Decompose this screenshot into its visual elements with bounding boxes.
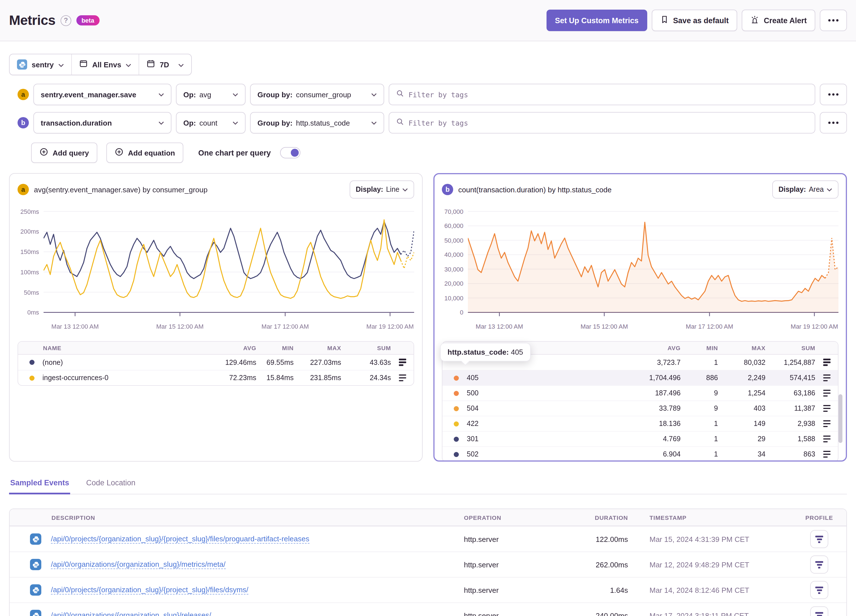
group-by-select-a[interactable]: Group by: consumer_group <box>250 84 384 105</box>
event-operation: http.server <box>464 577 566 602</box>
profile-button[interactable] <box>810 607 828 616</box>
group-by-select-b[interactable]: Group by: http.status_code <box>250 112 384 134</box>
more-options-button[interactable] <box>820 9 847 31</box>
environment-selector[interactable]: All Envs <box>71 54 139 75</box>
python-platform-icon <box>30 610 41 616</box>
chart-badge-a: a <box>17 184 29 195</box>
tag-filter-input-b[interactable] <box>408 119 808 127</box>
legend-scrollbar[interactable] <box>839 394 842 443</box>
event-duration: 1.64s <box>566 577 628 602</box>
series-sum: 43.63s <box>341 358 391 366</box>
legend-column-min: MIN <box>680 345 718 351</box>
series-focus-icon[interactable] <box>823 420 830 427</box>
series-min: 1 <box>680 450 718 458</box>
chevron-down-icon <box>402 186 408 194</box>
python-project-icon <box>17 59 27 69</box>
legend-row[interactable]: 301 4.769 1 29 1,588 <box>442 431 838 446</box>
x-tick-label: Mar 15 12:00 AM <box>156 323 204 330</box>
series-min: 15.84ms <box>256 374 294 382</box>
chevron-down-icon <box>58 60 64 69</box>
setup-custom-metrics-button[interactable]: Set Up Custom Metrics <box>547 9 647 31</box>
tab-code-location[interactable]: Code Location <box>85 475 137 494</box>
series-focus-icon[interactable] <box>823 390 830 397</box>
series-sum: 11,387 <box>765 405 815 412</box>
save-as-default-button[interactable]: Save as default <box>651 9 737 31</box>
operation-select-b[interactable]: Op: count <box>176 112 246 134</box>
event-description-link[interactable]: /api/0/organizations/{organization_slug}… <box>51 560 225 569</box>
series-focus-icon[interactable] <box>823 436 830 443</box>
help-icon[interactable]: ? <box>60 15 71 26</box>
series-min: 9 <box>680 405 718 412</box>
chart-badge-b: b <box>442 184 453 195</box>
add-query-button[interactable]: Add query <box>31 143 98 163</box>
operation-select-a[interactable]: Op: avg <box>176 84 246 105</box>
add-equation-button[interactable]: Add equation <box>107 143 183 163</box>
line-chart-a[interactable]: 250ms200ms150ms100ms50ms0ms Mar 13 12:00… <box>17 211 414 333</box>
legend-column-name: NAME <box>18 345 202 351</box>
tab-sampled-events[interactable]: Sampled Events <box>9 475 71 494</box>
chart-title-b: count(transaction.duration) by http.stat… <box>458 185 611 194</box>
legend-table-a: NAMEAVGMINMAXSUM (none) 129.46ms 69.55ms… <box>17 341 414 386</box>
y-axis-labels: 250ms200ms150ms100ms50ms0ms <box>17 211 43 316</box>
area-chart-b[interactable]: 70,00060,00050,00040,00030,00020,00010,0… <box>442 211 839 333</box>
series-sum: 1,254,887 <box>765 358 815 366</box>
charts-area: a avg(sentry.event_manager.save) by cons… <box>9 173 847 462</box>
display-type-select-a[interactable]: Display: Line <box>349 180 414 199</box>
date-range-selector[interactable]: 7D <box>139 54 191 75</box>
legend-column-max: MAX <box>718 345 765 351</box>
legend-row[interactable]: 422 18.136 1 149 2,938 <box>442 416 838 431</box>
tag-filter-input-a[interactable] <box>408 90 808 99</box>
bookmark-icon <box>660 15 668 25</box>
event-operation: http.server <box>464 602 566 616</box>
tag-filter-b <box>389 112 815 134</box>
profile-button[interactable] <box>810 556 828 574</box>
series-avg: 4.769 <box>626 435 680 443</box>
legend-row[interactable]: 502 6.904 1 34 863 <box>442 446 838 462</box>
profile-button[interactable] <box>810 581 828 599</box>
event-description-link[interactable]: /api/0/projects/{organization_slug}/{pro… <box>51 585 248 594</box>
legend-row[interactable]: (none) 129.46ms 69.55ms 227.03ms 43.63s <box>18 355 414 370</box>
series-max: 227.03ms <box>294 358 341 366</box>
query-options-button-b[interactable] <box>820 112 847 134</box>
series-min: 1 <box>680 435 718 443</box>
display-type-select-b[interactable]: Display: Area <box>772 180 839 199</box>
event-duration: 240.00ms <box>566 602 628 616</box>
metric-select-b[interactable]: transaction.duration <box>33 112 171 134</box>
y-tick-label: 30,000 <box>444 266 463 273</box>
series-focus-icon[interactable] <box>823 374 830 382</box>
legend-row[interactable]: 500 187.496 9 1,254 63,186 <box>442 385 838 400</box>
python-platform-icon <box>30 559 41 570</box>
one-chart-per-query-toggle[interactable] <box>280 147 300 159</box>
y-tick-label: 150ms <box>20 248 39 255</box>
metric-select-a[interactable]: sentry.event_manager.save <box>33 84 171 105</box>
series-color-dot <box>29 360 34 365</box>
chart-panel-a[interactable]: a avg(sentry.event_manager.save) by cons… <box>9 173 423 462</box>
query-badge-b: b <box>17 117 29 128</box>
profile-button[interactable] <box>810 530 828 548</box>
one-chart-per-query-label: One chart per query <box>198 148 271 157</box>
series-focus-icon[interactable] <box>399 359 406 366</box>
project-selector[interactable]: sentry <box>9 54 71 75</box>
event-timestamp: Mar 17, 2024 3:18:11 PM CET <box>628 602 792 616</box>
y-tick-label: 10,000 <box>444 295 463 302</box>
event-description-link[interactable]: /api/0/projects/{organization_slug}/{pro… <box>51 534 309 544</box>
y-tick-label: 100ms <box>20 269 39 276</box>
chevron-down-icon <box>159 92 164 97</box>
event-duration: 262.00ms <box>566 551 628 577</box>
series-focus-icon[interactable] <box>823 359 830 366</box>
query-options-button-a[interactable] <box>820 84 847 105</box>
event-timestamp: Mar 12, 2024 9:48:29 PM CET <box>628 551 792 577</box>
series-focus-icon[interactable] <box>399 374 406 382</box>
event-description-link[interactable]: /api/0/organizations/{organization_slug}… <box>51 611 211 616</box>
series-focus-icon[interactable] <box>823 451 830 458</box>
chevron-down-icon <box>232 92 238 97</box>
legend-row[interactable]: 504 33.789 9 403 11,387 <box>442 400 838 416</box>
legend-row[interactable]: 405 1,704.496 886 2,249 574,415 <box>442 370 838 385</box>
chart-panel-b[interactable]: b count(transaction.duration) by http.st… <box>433 173 847 462</box>
create-alert-button[interactable]: Create Alert <box>742 9 815 31</box>
series-min: 1 <box>680 358 718 366</box>
legend-row[interactable]: ingest-occurrences-0 72.23ms 15.84ms 231… <box>18 370 414 385</box>
x-tick-label: Mar 17 12:00 AM <box>686 323 733 330</box>
series-focus-icon[interactable] <box>823 405 830 412</box>
legend-column-avg: AVG <box>202 345 256 351</box>
